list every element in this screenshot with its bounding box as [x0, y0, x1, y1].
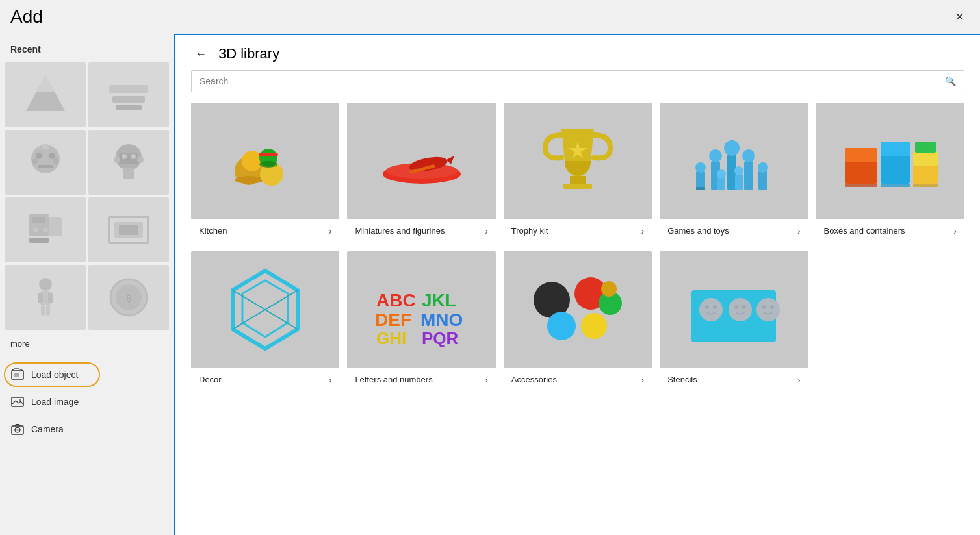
svg-rect-32 — [41, 305, 45, 316]
miniatures-footer: Miniatures and figurines › — [347, 219, 495, 243]
camera-label: Camera — [31, 424, 64, 434]
svg-rect-20 — [32, 217, 45, 223]
title-bar: Add ✕ — [0, 0, 980, 34]
svg-rect-9 — [42, 144, 49, 149]
svg-rect-87 — [881, 142, 910, 156]
svg-point-50 — [16, 429, 19, 431]
trophy-footer: Trophy kit › — [504, 219, 652, 243]
svg-point-124 — [742, 305, 746, 309]
window-title: Add — [10, 6, 43, 27]
search-input[interactable] — [192, 71, 937, 92]
svg-marker-1 — [36, 75, 55, 92]
svg-line-103 — [265, 290, 298, 310]
svg-point-53 — [235, 176, 263, 184]
category-boxes[interactable]: Boxes and containers › — [816, 103, 964, 243]
recent-item-7[interactable] — [5, 265, 86, 330]
svg-point-122 — [729, 298, 752, 321]
category-letters[interactable]: ABC DEF GHI JKL MNO PQR Letters and numb… — [347, 251, 495, 392]
svg-text:₿: ₿ — [127, 293, 131, 303]
kitchen-image — [191, 103, 339, 219]
svg-rect-31 — [48, 293, 53, 303]
svg-point-6 — [36, 153, 42, 159]
svg-point-11 — [53, 158, 58, 164]
category-games[interactable]: Games and toys › — [660, 103, 808, 243]
sidebar-divider — [0, 358, 174, 358]
trophy-label: Trophy kit — [511, 226, 548, 237]
load-object-label: Load object — [31, 369, 78, 380]
accessories-footer: Accessories › — [504, 368, 652, 392]
sidebar: Recent — [0, 34, 174, 535]
svg-rect-64 — [570, 176, 586, 184]
svg-point-119 — [699, 298, 723, 321]
category-miniatures[interactable]: Miniatures and figurines › — [347, 103, 495, 243]
category-accessories[interactable]: Accessories › — [504, 251, 652, 392]
svg-line-45 — [19, 401, 21, 403]
load-object-icon — [10, 367, 25, 382]
games-label: Games and toys — [667, 226, 729, 237]
svg-point-22 — [43, 227, 48, 232]
svg-rect-82 — [735, 174, 743, 190]
recent-thumb-2 — [103, 69, 155, 121]
accessories-arrow: › — [641, 375, 645, 385]
load-object-action[interactable]: Load object — [0, 361, 174, 388]
svg-text:MNO: MNO — [420, 310, 463, 330]
svg-line-96 — [233, 271, 265, 290]
recent-item-2[interactable] — [88, 62, 169, 127]
category-stencils[interactable]: Stencils › — [660, 251, 808, 392]
back-button[interactable]: ← — [191, 47, 211, 61]
svg-line-102 — [233, 290, 265, 310]
recent-thumb-1 — [19, 69, 71, 121]
svg-point-120 — [705, 305, 709, 309]
svg-rect-4 — [116, 105, 142, 110]
main-layout: Recent — [0, 34, 980, 535]
svg-point-28 — [39, 278, 52, 291]
panel-title: 3D library — [218, 45, 279, 62]
svg-rect-30 — [38, 293, 43, 303]
load-image-action[interactable]: Load image — [0, 388, 174, 416]
recent-item-3[interactable] — [5, 130, 86, 195]
letters-image: ABC DEF GHI JKL MNO PQR — [347, 251, 495, 368]
category-decor[interactable]: Décor › — [191, 251, 339, 392]
svg-point-21 — [33, 227, 38, 232]
accessories-label: Accessories — [511, 375, 557, 386]
stencils-footer: Stencils › — [660, 368, 808, 392]
svg-text:ABC: ABC — [376, 290, 416, 310]
svg-rect-69 — [696, 187, 705, 190]
svg-rect-23 — [29, 238, 49, 243]
boxes-label: Boxes and containers — [824, 226, 905, 237]
svg-point-79 — [758, 162, 768, 173]
recent-item-6[interactable] — [88, 197, 169, 262]
svg-line-44 — [16, 401, 19, 403]
svg-rect-76 — [744, 161, 753, 190]
svg-rect-88 — [913, 164, 938, 184]
svg-point-123 — [734, 305, 738, 309]
svg-line-97 — [265, 271, 298, 290]
recent-item-5[interactable] — [5, 197, 86, 262]
stencils-arrow: › — [797, 375, 801, 385]
search-icon: 🔍 — [937, 71, 964, 92]
miniatures-image — [347, 103, 495, 219]
recent-item-1[interactable] — [5, 62, 86, 127]
svg-marker-95 — [242, 280, 288, 337]
category-trophy[interactable]: Trophy kit › — [504, 103, 652, 243]
camera-action[interactable]: Camera — [0, 416, 174, 443]
svg-marker-62 — [446, 156, 454, 164]
svg-rect-58 — [259, 153, 278, 156]
letters-footer: Letters and numbers › — [347, 368, 495, 392]
svg-line-100 — [233, 329, 265, 349]
camera-icon — [10, 422, 25, 436]
svg-point-125 — [756, 298, 780, 321]
search-bar: 🔍 — [191, 70, 964, 92]
close-button[interactable]: ✕ — [949, 8, 970, 25]
category-kitchen[interactable]: Kitchen › — [191, 103, 339, 243]
svg-rect-80 — [717, 177, 725, 190]
svg-rect-93 — [915, 142, 936, 153]
svg-rect-24 — [49, 217, 62, 236]
recent-item-8[interactable]: ₿ — [88, 265, 169, 330]
more-link[interactable]: more — [0, 335, 174, 355]
svg-point-77 — [742, 149, 755, 162]
recent-item-4[interactable] — [88, 130, 169, 195]
decor-image — [191, 251, 339, 368]
svg-rect-27 — [119, 225, 138, 235]
svg-text:PQR: PQR — [422, 329, 459, 348]
